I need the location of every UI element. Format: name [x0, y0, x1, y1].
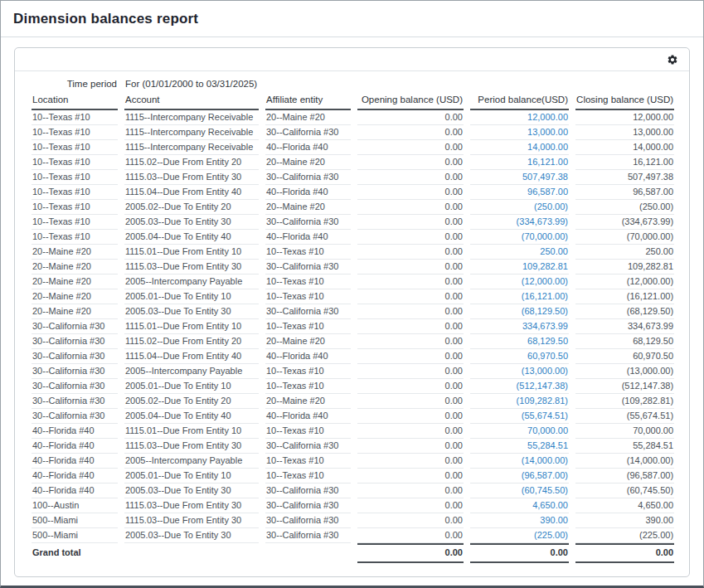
cell-location: 20--Maine #20	[32, 260, 118, 275]
cell-opening-balance: 0.00	[357, 469, 464, 484]
cell-opening-balance: 0.00	[357, 170, 464, 185]
cell-location: 30--California #30	[32, 379, 118, 394]
cell-closing-balance: (13,000.00)	[575, 364, 674, 379]
cell-period-balance[interactable]: 70,000.00	[470, 424, 569, 439]
table-row: 10--Texas #101115--Intercompany Receivab…	[32, 110, 674, 125]
cell-opening-balance: 0.00	[357, 230, 464, 245]
cell-opening-balance: 0.00	[357, 185, 464, 200]
cell-account: 1115.03--Due From Entity 30	[124, 498, 259, 513]
cell-period-balance[interactable]: (109,282.81)	[470, 394, 569, 409]
cell-period-balance[interactable]: (13,000.00)	[470, 364, 569, 379]
cell-period-balance[interactable]: (55,674.51)	[470, 409, 569, 424]
cell-period-balance[interactable]: (68,129.50)	[470, 304, 569, 319]
cell-period-balance[interactable]: (250.00)	[470, 200, 569, 215]
cell-period-balance[interactable]: (512,147.38)	[470, 379, 569, 394]
cell-account: 1115.03--Due From Entity 30	[124, 439, 259, 454]
cell-account: 1115.01--Due From Entity 10	[124, 424, 259, 439]
cell-period-balance[interactable]: 16,121.00	[470, 155, 569, 170]
cell-account: 2005--Intercompany Payable	[124, 454, 259, 469]
table-row: 40--Florida #402005.01--Due To Entity 10…	[32, 469, 674, 484]
cell-affiliate-entity: 10--Texas #10	[265, 364, 351, 379]
cell-period-balance[interactable]: 96,587.00	[470, 185, 569, 200]
cell-opening-balance: 0.00	[357, 528, 464, 543]
cell-opening-balance: 0.00	[357, 155, 464, 170]
cell-period-balance[interactable]: (225.00)	[470, 528, 569, 543]
cell-location: 10--Texas #10	[32, 125, 118, 140]
cell-period-balance[interactable]: (96,587.00)	[470, 469, 569, 484]
table-row: 20--Maine #201115.03--Due From Entity 30…	[32, 260, 674, 275]
cell-closing-balance: (70,000.00)	[575, 230, 674, 245]
cell-closing-balance: 14,000.00	[575, 140, 674, 155]
table-row: 10--Texas #101115--Intercompany Receivab…	[32, 140, 674, 155]
settings-gear-button[interactable]	[664, 51, 681, 68]
cell-location: 30--California #30	[32, 364, 118, 379]
table-row: 40--Florida #401115.03--Due From Entity …	[32, 439, 674, 454]
cell-account: 2005.02--Due To Entity 20	[124, 200, 259, 215]
cell-account: 1115.03--Due From Entity 30	[124, 260, 259, 275]
table-row: 10--Texas #101115.04--Due From Entity 40…	[32, 185, 674, 200]
cell-opening-balance: 0.00	[357, 260, 464, 275]
cell-affiliate-entity: 40--Florida #40	[265, 185, 351, 200]
cell-account: 2005.01--Due To Entity 10	[124, 469, 259, 484]
cell-closing-balance: (55,674.51)	[575, 409, 674, 424]
time-period-row: Time period For (01/01/2000 to 03/31/202…	[32, 75, 674, 92]
table-row: 40--Florida #402005--Intercompany Payabl…	[32, 454, 674, 469]
table-row: 20--Maine #202005--Intercompany Payable1…	[32, 275, 674, 289]
cell-affiliate-entity: 20--Maine #20	[265, 200, 351, 215]
table-row: 10--Texas #101115.02--Due From Entity 20…	[32, 155, 674, 170]
cell-account: 2005.01--Due To Entity 10	[124, 379, 259, 394]
table-row: 40--Florida #401115.01--Due From Entity …	[32, 424, 674, 439]
cell-account: 1115.03--Due From Entity 30	[124, 513, 259, 528]
cell-period-balance[interactable]: 13,000.00	[470, 125, 569, 140]
cell-period-balance[interactable]: 55,284.51	[470, 439, 569, 454]
cell-closing-balance: 13,000.00	[575, 125, 674, 140]
cell-location: 10--Texas #10	[32, 230, 118, 245]
cell-closing-balance: 68,129.50	[575, 334, 674, 349]
cell-location: 500--Miami	[32, 513, 118, 528]
cell-opening-balance: 0.00	[357, 215, 464, 230]
cell-period-balance[interactable]: (16,121.00)	[470, 289, 569, 304]
cell-period-balance[interactable]: 109,282.81	[470, 260, 569, 275]
cell-affiliate-entity: 10--Texas #10	[265, 454, 351, 469]
cell-affiliate-entity: 20--Maine #20	[265, 334, 351, 349]
cell-affiliate-entity: 30--California #30	[265, 260, 351, 275]
column-header-location: Location	[32, 92, 118, 110]
report-table-body: 10--Texas #101115--Intercompany Receivab…	[32, 110, 674, 543]
cell-opening-balance: 0.00	[357, 319, 464, 334]
cell-location: 10--Texas #10	[32, 140, 118, 155]
column-header-period-balance: Period balance(USD)	[470, 92, 569, 110]
table-wrap: Time period For (01/01/2000 to 03/31/202…	[15, 71, 689, 576]
cell-period-balance[interactable]: (70,000.00)	[470, 230, 569, 245]
cell-period-balance[interactable]: 334,673.99	[470, 319, 569, 334]
cell-period-balance[interactable]: (12,000.00)	[470, 275, 569, 289]
cell-location: 10--Texas #10	[32, 215, 118, 230]
cell-location: 20--Maine #20	[32, 289, 118, 304]
cell-opening-balance: 0.00	[357, 275, 464, 289]
report-toolbar	[15, 48, 689, 71]
cell-period-balance[interactable]: 250.00	[470, 245, 569, 260]
cell-period-balance[interactable]: 14,000.00	[470, 140, 569, 155]
cell-period-balance[interactable]: 507,497.38	[470, 170, 569, 185]
cell-account: 1115.02--Due From Entity 20	[124, 155, 259, 170]
cell-account: 2005.03--Due To Entity 30	[124, 484, 259, 498]
cell-account: 1115.02--Due From Entity 20	[124, 334, 259, 349]
cell-location: 20--Maine #20	[32, 245, 118, 260]
cell-affiliate-entity: 30--California #30	[265, 439, 351, 454]
cell-period-balance[interactable]: 12,000.00	[470, 110, 569, 125]
cell-location: 30--California #30	[32, 394, 118, 409]
cell-affiliate-entity: 30--California #30	[265, 498, 351, 513]
cell-affiliate-entity: 40--Florida #40	[265, 230, 351, 245]
cell-period-balance[interactable]: (60,745.50)	[470, 484, 569, 498]
cell-closing-balance: 334,673.99	[575, 319, 674, 334]
table-row: 20--Maine #201115.01--Due From Entity 10…	[32, 245, 674, 260]
cell-period-balance[interactable]: 60,970.50	[470, 349, 569, 364]
cell-period-balance[interactable]: (334,673.99)	[470, 215, 569, 230]
table-row: 30--California #301115.02--Due From Enti…	[32, 334, 674, 349]
report-card: Time period For (01/01/2000 to 03/31/202…	[14, 47, 690, 577]
cell-period-balance[interactable]: (14,000.00)	[470, 454, 569, 469]
cell-affiliate-entity: 20--Maine #20	[265, 155, 351, 170]
cell-period-balance[interactable]: 4,650.00	[470, 498, 569, 513]
cell-period-balance[interactable]: 68,129.50	[470, 334, 569, 349]
cell-affiliate-entity: 10--Texas #10	[265, 319, 351, 334]
cell-period-balance[interactable]: 390.00	[470, 513, 569, 528]
